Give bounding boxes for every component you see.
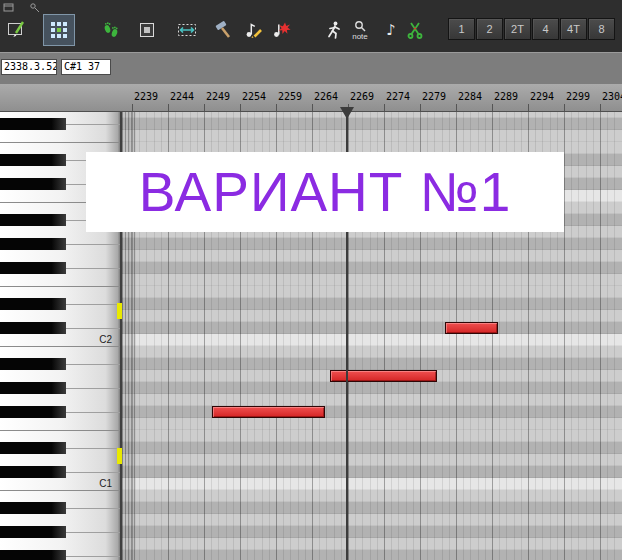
key-separator bbox=[66, 472, 120, 473]
ruler-label: 2249 bbox=[206, 91, 230, 102]
grid-row-G2[interactable] bbox=[122, 250, 622, 262]
piano-key-Gs2[interactable] bbox=[0, 238, 66, 250]
grid-row-As1[interactable] bbox=[122, 358, 622, 370]
grid-row-A0[interactable] bbox=[122, 514, 622, 526]
ruler-label: 2274 bbox=[386, 91, 410, 102]
piano-key-As0[interactable] bbox=[0, 502, 66, 514]
grid-division-1[interactable]: 1 bbox=[448, 18, 475, 40]
key-separator bbox=[0, 346, 120, 347]
position-readout[interactable]: 2338.3.52 bbox=[1, 59, 57, 75]
grid-row-D2[interactable] bbox=[122, 310, 622, 322]
piano-key-Fs2[interactable] bbox=[0, 262, 66, 274]
ruler-label: 2264 bbox=[314, 91, 338, 102]
grid-division-2t[interactable]: 2T bbox=[504, 18, 531, 40]
grid-division-4[interactable]: 4 bbox=[532, 18, 559, 40]
grid-row-B1[interactable] bbox=[122, 346, 622, 358]
piano-key-Gs1[interactable] bbox=[0, 382, 66, 394]
grid-row-B0[interactable] bbox=[122, 490, 622, 502]
key-separator bbox=[66, 508, 120, 509]
grid-division-2[interactable]: 2 bbox=[476, 18, 503, 40]
grid-row-Ds1[interactable] bbox=[122, 442, 622, 454]
grid-row-G1[interactable] bbox=[122, 394, 622, 406]
follow-playback-button[interactable] bbox=[96, 15, 126, 45]
key-separator bbox=[0, 490, 120, 491]
grid-row-Gs0[interactable] bbox=[122, 526, 622, 538]
grid-row-F2[interactable] bbox=[122, 274, 622, 286]
grid-settings-button[interactable] bbox=[44, 15, 74, 45]
grid-division-8[interactable]: 8 bbox=[588, 18, 615, 40]
marquee-select-button[interactable] bbox=[172, 15, 202, 45]
variant-banner: ВАРИАНТ №1 bbox=[86, 152, 564, 232]
banner-text: ВАРИАНТ №1 bbox=[139, 160, 512, 224]
grid-row-E1[interactable] bbox=[122, 430, 622, 442]
ruler-tick bbox=[384, 104, 385, 112]
grid-division-4t[interactable]: 4T bbox=[560, 18, 587, 40]
preview-notes-button[interactable] bbox=[132, 15, 162, 45]
grid-row-G0[interactable] bbox=[122, 538, 622, 550]
piano-key-Cs2[interactable] bbox=[0, 322, 66, 334]
piano-key-Fs1[interactable] bbox=[0, 406, 66, 418]
key-separator bbox=[66, 328, 120, 329]
draw-note-button[interactable] bbox=[238, 15, 268, 45]
grid-row-D1[interactable] bbox=[122, 454, 622, 466]
footprints-icon bbox=[101, 20, 121, 40]
piano-key-Fs0[interactable] bbox=[0, 550, 66, 560]
piano-key-As2[interactable] bbox=[0, 214, 66, 226]
ruler-tick bbox=[492, 104, 493, 112]
key-separator bbox=[66, 556, 120, 557]
timeline-ruler[interactable]: 2239224422492254225922642269227422792284… bbox=[0, 84, 622, 112]
active-key-marker bbox=[117, 448, 122, 464]
split-notes-button[interactable] bbox=[400, 15, 430, 45]
grid-row-Gs2[interactable] bbox=[122, 238, 622, 250]
playhead-marker[interactable] bbox=[340, 107, 354, 119]
grid-row-Ds2[interactable] bbox=[122, 298, 622, 310]
running-man-icon bbox=[323, 20, 343, 40]
midi-note-Fs1[interactable] bbox=[212, 406, 325, 418]
piano-key-Ds1[interactable] bbox=[0, 442, 66, 454]
grid-row-Fs1[interactable] bbox=[122, 406, 622, 418]
piano-key-Cs3[interactable] bbox=[0, 178, 66, 190]
piano-key-Gs0[interactable] bbox=[0, 526, 66, 538]
note-readout[interactable]: C#1 37 bbox=[61, 59, 111, 75]
grid-row-C1[interactable] bbox=[122, 478, 622, 490]
quantize-note-button[interactable]: note bbox=[344, 15, 376, 45]
erase-note-button[interactable] bbox=[266, 15, 296, 45]
ruler-tick bbox=[276, 104, 277, 112]
grid-row-Fs2[interactable] bbox=[122, 262, 622, 274]
piano-key-Ds3[interactable] bbox=[0, 154, 66, 166]
grid-row-Gs1[interactable] bbox=[122, 382, 622, 394]
grid-row-F3[interactable] bbox=[122, 130, 622, 142]
ruler-label: 2284 bbox=[458, 91, 482, 102]
hammer-tool-button[interactable] bbox=[208, 15, 238, 45]
grid-row-E2[interactable] bbox=[122, 286, 622, 298]
grid-row-Fs3[interactable] bbox=[122, 118, 622, 130]
grid-row-As0[interactable] bbox=[122, 502, 622, 514]
grid-row-Fs0[interactable] bbox=[122, 550, 622, 560]
piano-key-Cs1[interactable] bbox=[0, 466, 66, 478]
grid-row-F1[interactable] bbox=[122, 418, 622, 430]
ruler-label: 2279 bbox=[422, 91, 446, 102]
midi-note-Cs2[interactable] bbox=[445, 322, 498, 334]
grid-row-C2[interactable] bbox=[122, 334, 622, 346]
dock-icon[interactable] bbox=[2, 1, 15, 14]
piano-key-Fs3[interactable] bbox=[0, 118, 66, 130]
ruler-tick bbox=[564, 104, 565, 112]
piano-key-As1[interactable] bbox=[0, 358, 66, 370]
note-pencil-icon bbox=[243, 20, 263, 40]
note-burst-icon bbox=[271, 20, 291, 40]
piano-key-Ds2[interactable] bbox=[0, 298, 66, 310]
key-separator bbox=[66, 244, 120, 245]
pin-icon[interactable] bbox=[28, 1, 41, 14]
grid-row-Cs1[interactable] bbox=[122, 466, 622, 478]
eighth-note-icon: ♪ bbox=[386, 21, 396, 39]
key-separator bbox=[66, 448, 120, 449]
grid-row-Cs2[interactable] bbox=[122, 322, 622, 334]
ruler-tick bbox=[168, 104, 169, 112]
edit-item-button[interactable] bbox=[2, 15, 32, 45]
scissors-icon bbox=[405, 20, 425, 40]
key-label-C1: C1 bbox=[99, 478, 112, 490]
key-separator bbox=[66, 364, 120, 365]
magnifier-icon bbox=[354, 20, 366, 32]
pencil-item-icon bbox=[7, 20, 27, 40]
active-key-marker bbox=[117, 303, 122, 319]
